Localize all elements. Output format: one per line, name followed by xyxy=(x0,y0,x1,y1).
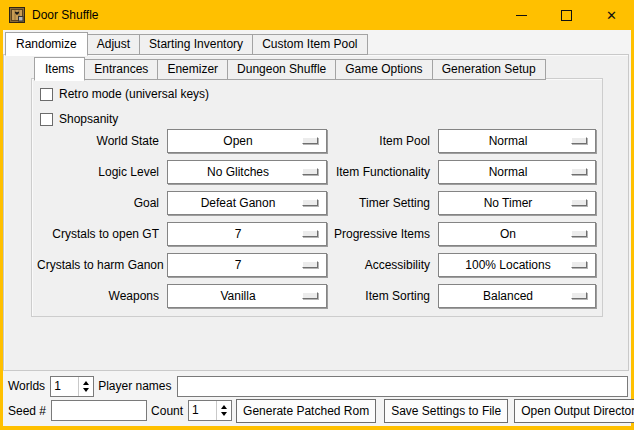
timer-setting-dropdown[interactable]: No Timer xyxy=(438,191,596,215)
retro-mode-row: Retro mode (universal keys) xyxy=(40,86,209,102)
accessibility-label: Accessibility xyxy=(327,253,438,277)
dropdown-indicator-icon xyxy=(302,230,318,237)
minimize-button[interactable] xyxy=(499,0,544,30)
main-tab-bar: Randomize Adjust Starting Inventory Cust… xyxy=(5,32,368,55)
window-title: Door Shuffle xyxy=(32,8,99,22)
tab-entrances[interactable]: Entrances xyxy=(84,59,158,80)
close-button[interactable]: ✕ xyxy=(589,0,634,30)
item-pool-label: Item Pool xyxy=(327,129,438,153)
world-state-dropdown[interactable]: Open xyxy=(167,129,327,153)
dropdown-indicator-icon xyxy=(302,199,318,206)
dropdown-indicator-icon xyxy=(571,292,587,299)
crystals-gt-dropdown[interactable]: 7 xyxy=(167,222,327,246)
player-names-label: Player names xyxy=(98,379,172,393)
open-output-directory-button[interactable]: Open Output Directory xyxy=(514,399,634,423)
weapons-dropdown[interactable]: Vanilla xyxy=(167,284,327,308)
client-area: Randomize Adjust Starting Inventory Cust… xyxy=(3,30,631,426)
save-settings-button[interactable]: Save Settings to File xyxy=(384,399,508,423)
seed-label: Seed # xyxy=(8,404,47,418)
spin-down-icon[interactable] xyxy=(83,388,89,392)
progressive-items-dropdown[interactable]: On xyxy=(438,222,596,246)
item-sorting-label: Item Sorting xyxy=(327,284,438,308)
goal-label: Goal xyxy=(37,191,167,215)
tab-items[interactable]: Items xyxy=(34,57,85,81)
generate-patched-rom-button[interactable]: Generate Patched Rom xyxy=(236,399,376,423)
count-value: 1 xyxy=(189,401,216,420)
spinner-arrows[interactable] xyxy=(78,377,93,396)
worlds-row: Worlds 1 Player names xyxy=(8,375,628,397)
dropdown-indicator-icon xyxy=(302,292,318,299)
crystals-gt-label: Crystals to open GT xyxy=(37,222,167,246)
tab-enemizer[interactable]: Enemizer xyxy=(157,59,228,80)
goal-dropdown[interactable]: Defeat Ganon xyxy=(167,191,327,215)
worlds-spinner[interactable]: 1 xyxy=(50,376,94,397)
progressive-items-label: Progressive Items xyxy=(327,222,438,246)
worlds-label: Worlds xyxy=(8,379,46,393)
retro-mode-label: Retro mode (universal keys) xyxy=(59,87,209,101)
item-functionality-dropdown[interactable]: Normal xyxy=(438,160,596,184)
spinner-arrows[interactable] xyxy=(216,401,231,420)
sub-tab-bar: Items Entrances Enemizer Dungeon Shuffle… xyxy=(34,57,546,80)
door-shuffle-window: Door Shuffle ✕ Randomize Adjust Starting… xyxy=(0,0,634,430)
dropdown-indicator-icon xyxy=(302,137,318,144)
dropdown-indicator-icon xyxy=(571,199,587,206)
tab-adjust[interactable]: Adjust xyxy=(87,34,140,55)
spin-up-icon[interactable] xyxy=(83,381,89,385)
shopsanity-checkbox[interactable] xyxy=(40,113,53,126)
caption-buttons: ✕ xyxy=(499,0,634,30)
spin-up-icon[interactable] xyxy=(221,405,227,409)
count-spinner[interactable]: 1 xyxy=(188,400,232,421)
logic-level-label: Logic Level xyxy=(37,160,167,184)
maximize-button[interactable] xyxy=(544,0,589,30)
timer-setting-label: Timer Setting xyxy=(327,191,438,215)
accessibility-dropdown[interactable]: 100% Locations xyxy=(438,253,596,277)
weapons-label: Weapons xyxy=(37,284,167,308)
spin-down-icon[interactable] xyxy=(221,412,227,416)
crystals-ganon-label: Crystals to harm Ganon xyxy=(37,253,167,277)
crystals-ganon-dropdown[interactable]: 7 xyxy=(167,253,327,277)
logic-level-dropdown[interactable]: No Glitches xyxy=(167,160,327,184)
tab-starting-inventory[interactable]: Starting Inventory xyxy=(139,34,253,55)
tab-randomize[interactable]: Randomize xyxy=(5,32,88,56)
tab-custom-item-pool[interactable]: Custom Item Pool xyxy=(252,34,367,55)
seed-input[interactable] xyxy=(51,400,147,421)
dropdown-indicator-icon xyxy=(571,168,587,175)
titlebar[interactable]: Door Shuffle ✕ xyxy=(0,0,634,30)
close-icon: ✕ xyxy=(606,9,617,22)
dropdown-indicator-icon xyxy=(302,168,318,175)
shopsanity-label: Shopsanity xyxy=(59,112,118,126)
item-sorting-dropdown[interactable]: Balanced xyxy=(438,284,596,308)
randomize-pane: Items Entrances Enemizer Dungeon Shuffle… xyxy=(3,54,629,371)
minimize-icon xyxy=(516,15,527,16)
dropdown-indicator-icon xyxy=(571,230,587,237)
world-state-label: World State xyxy=(37,129,167,153)
item-pool-dropdown[interactable]: Normal xyxy=(438,129,596,153)
worlds-value: 1 xyxy=(51,377,78,396)
count-label: Count xyxy=(151,404,184,418)
settings-grid: World State Open Item Pool Normal Logic … xyxy=(37,129,596,308)
dropdown-indicator-icon xyxy=(302,261,318,268)
shopsanity-row: Shopsanity xyxy=(40,111,118,127)
tab-generation-setup[interactable]: Generation Setup xyxy=(432,59,546,80)
dropdown-indicator-icon xyxy=(571,261,587,268)
retro-mode-checkbox[interactable] xyxy=(40,88,53,101)
dropdown-indicator-icon xyxy=(571,137,587,144)
tab-game-options[interactable]: Game Options xyxy=(335,59,432,80)
door-shuffle-app-icon xyxy=(9,7,25,23)
items-pane: Retro mode (universal keys) Shopsanity W… xyxy=(31,78,603,317)
tab-dungeon-shuffle[interactable]: Dungeon Shuffle xyxy=(227,59,336,80)
item-functionality-label: Item Functionality xyxy=(327,160,438,184)
maximize-icon xyxy=(561,10,572,21)
seed-row: Seed # Count 1 Generate Patched Rom Save… xyxy=(8,398,628,423)
player-names-input[interactable] xyxy=(177,376,629,397)
